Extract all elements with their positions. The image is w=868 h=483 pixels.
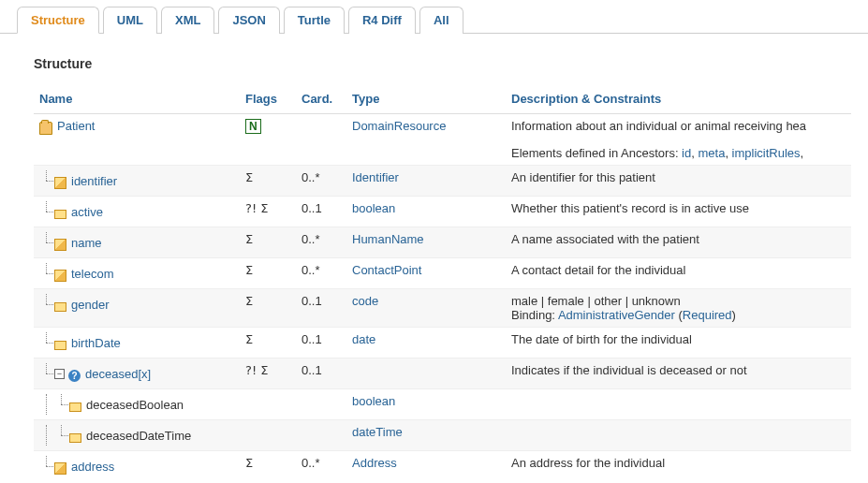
col-flags: Flags bbox=[240, 88, 296, 114]
primitive-icon bbox=[54, 302, 66, 312]
description bbox=[506, 389, 851, 420]
flags: Σ bbox=[245, 232, 253, 246]
cardinality bbox=[296, 420, 346, 451]
name-cell: Patient bbox=[39, 119, 234, 133]
description: A name associated with the patient bbox=[506, 227, 851, 258]
content: Structure NameFlagsCard.TypeDescription … bbox=[0, 34, 868, 483]
row-telecom: telecomΣ0..*ContactPointA contact detail… bbox=[34, 258, 851, 289]
primitive-icon bbox=[54, 341, 66, 350]
name-cell: active bbox=[39, 201, 234, 222]
cardinality: 0..* bbox=[296, 451, 346, 482]
cardinality: 0..* bbox=[296, 227, 346, 258]
cardinality: 0..* bbox=[296, 258, 346, 289]
tab-xml[interactable]: XML bbox=[161, 7, 214, 34]
tab-json[interactable]: JSON bbox=[218, 7, 279, 34]
description: An identifier for this patient bbox=[506, 166, 851, 197]
element-label: deceasedBoolean bbox=[86, 398, 184, 412]
ancestor-link[interactable]: meta bbox=[698, 146, 725, 160]
row-name: nameΣ0..*HumanNameA name associated with… bbox=[34, 227, 851, 258]
cardinality bbox=[296, 389, 346, 420]
ancestor-link[interactable]: implicitRules bbox=[732, 146, 801, 160]
tab-bar: StructureUMLXMLJSONTurtleR4 DiffAll bbox=[0, 0, 868, 34]
type-link[interactable]: date bbox=[352, 332, 375, 346]
tree-collapse-icon[interactable]: − bbox=[54, 369, 65, 379]
element-link[interactable]: name bbox=[71, 236, 102, 250]
cardinality: 0..1 bbox=[296, 197, 346, 227]
col-name: Name bbox=[34, 88, 240, 114]
tab-structure[interactable]: Structure bbox=[17, 7, 99, 34]
flags: Σ bbox=[245, 456, 253, 470]
name-cell: identifier bbox=[39, 170, 234, 191]
tab-turtle[interactable]: Turtle bbox=[284, 7, 345, 34]
col-type: Type bbox=[346, 88, 506, 114]
element-link[interactable]: telecom bbox=[71, 267, 114, 281]
description: male | female | other | unknownBinding: … bbox=[506, 289, 851, 328]
structure-table: NameFlagsCard.TypeDescription & Constrai… bbox=[34, 88, 851, 481]
element-label: deceasedDateTime bbox=[86, 429, 191, 443]
name-cell: telecom bbox=[39, 263, 234, 284]
cardinality bbox=[296, 114, 346, 166]
type-link[interactable]: boolean bbox=[352, 201, 395, 215]
element-link[interactable]: birthDate bbox=[71, 336, 121, 350]
datatype-icon bbox=[54, 462, 66, 475]
description: Indicates if the individual is deceased … bbox=[506, 359, 851, 389]
col-description-constraints: Description & Constraints bbox=[506, 88, 851, 114]
binding-link[interactable]: AdministrativeGender bbox=[558, 308, 675, 322]
datatype-icon bbox=[54, 239, 66, 251]
primitive-icon bbox=[69, 402, 81, 412]
tab-r4-diff[interactable]: R4 Diff bbox=[348, 7, 416, 34]
type-link[interactable]: ContactPoint bbox=[352, 263, 421, 277]
ancestor-link[interactable]: id bbox=[682, 146, 691, 160]
folder-icon bbox=[39, 122, 52, 135]
description: A contact detail for the individual bbox=[506, 258, 851, 289]
row-birthdate: birthDateΣ0..1dateThe date of birth for … bbox=[34, 328, 851, 359]
flags: Σ bbox=[245, 294, 253, 308]
name-cell: birthDate bbox=[39, 332, 234, 353]
flags: ?! Σ bbox=[245, 363, 268, 377]
tab-all[interactable]: All bbox=[419, 7, 463, 34]
element-link[interactable]: deceased[x] bbox=[85, 367, 151, 381]
description bbox=[506, 420, 851, 451]
cardinality: 0..1 bbox=[296, 328, 346, 359]
name-cell: address bbox=[39, 456, 234, 476]
primitive-icon bbox=[54, 210, 66, 219]
name-cell: name bbox=[39, 232, 234, 253]
type-link[interactable]: DomainResource bbox=[352, 119, 446, 133]
datatype-icon bbox=[54, 270, 66, 282]
description: Whether this patient's record is in acti… bbox=[506, 197, 851, 227]
cardinality: 0..* bbox=[296, 166, 346, 197]
type-link[interactable]: HumanName bbox=[352, 232, 424, 246]
choice-icon: ? bbox=[68, 370, 81, 382]
cardinality: 0..1 bbox=[296, 359, 346, 389]
datatype-icon bbox=[54, 177, 66, 189]
row-deceased-x-: −?deceased[x]?! Σ0..1Indicates if the in… bbox=[34, 359, 851, 389]
row-gender: genderΣ0..1codemale | female | other | u… bbox=[34, 289, 851, 328]
description: An address for the individual bbox=[506, 451, 851, 482]
tab-uml[interactable]: UML bbox=[103, 7, 157, 34]
type-link[interactable]: boolean bbox=[352, 394, 395, 408]
name-cell: −?deceased[x] bbox=[39, 363, 234, 384]
row-deceasedboolean: deceasedBooleanboolean bbox=[34, 389, 851, 420]
flags: ?! Σ bbox=[245, 201, 268, 215]
row-patient: PatientN DomainResourceInformation about… bbox=[34, 114, 851, 166]
row-address: addressΣ0..*AddressAn address for the in… bbox=[34, 451, 851, 482]
element-link[interactable]: identifier bbox=[71, 174, 117, 188]
type-link[interactable]: dateTime bbox=[352, 425, 403, 439]
type-link[interactable]: Address bbox=[352, 456, 397, 470]
element-link[interactable]: active bbox=[71, 205, 103, 219]
row-identifier: identifierΣ0..*IdentifierAn identifier f… bbox=[34, 166, 851, 197]
name-cell: deceasedDateTime bbox=[39, 425, 234, 446]
row-deceaseddatetime: deceasedDateTimedateTime bbox=[34, 420, 851, 451]
type-link[interactable]: Identifier bbox=[352, 170, 399, 184]
element-link[interactable]: address bbox=[71, 460, 114, 474]
element-link[interactable]: Patient bbox=[57, 119, 95, 133]
type-link[interactable]: code bbox=[352, 294, 378, 308]
cardinality: 0..1 bbox=[296, 289, 346, 328]
element-link[interactable]: gender bbox=[71, 298, 109, 312]
flags: Σ bbox=[245, 332, 253, 346]
name-cell: deceasedBoolean bbox=[39, 394, 234, 415]
binding-strength-link[interactable]: Required bbox=[683, 308, 732, 322]
flags: Σ bbox=[245, 263, 253, 277]
description: Information about an individual or anima… bbox=[506, 114, 851, 166]
name-cell: gender bbox=[39, 294, 234, 315]
